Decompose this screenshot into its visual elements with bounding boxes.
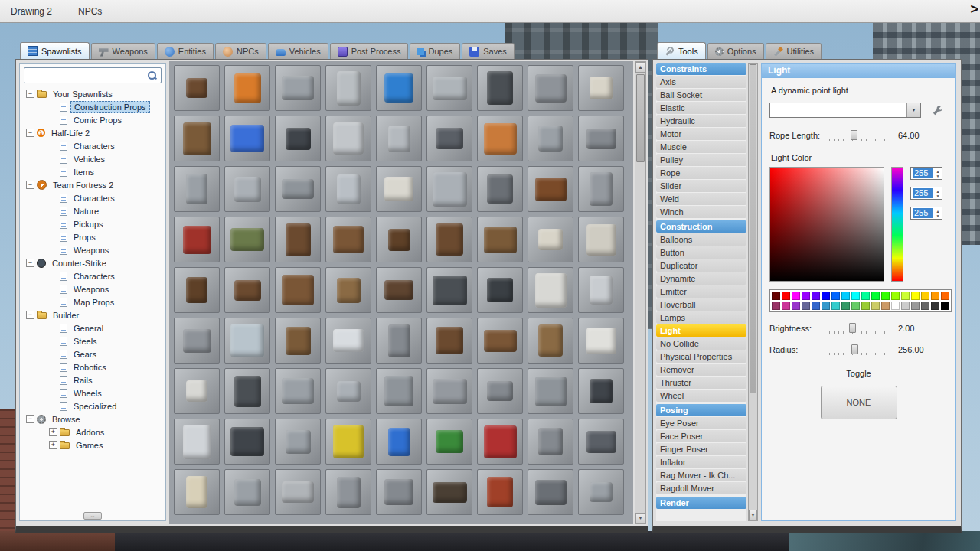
prop-icon[interactable] [578,419,624,465]
color-swatch[interactable] [831,302,840,310]
tab-entities[interactable]: Entities [157,43,214,59]
prop-icon[interactable] [174,267,220,313]
color-swatch[interactable] [792,292,800,300]
tree-item-counter-strike[interactable]: −Counter-Strike [21,256,164,269]
prop-icon[interactable] [224,368,270,414]
prop-icon[interactable] [578,116,624,161]
prop-icon[interactable] [528,65,573,111]
prop-icon[interactable] [376,217,422,262]
tree-item-specialized[interactable]: Specialized [21,399,164,412]
prop-icon[interactable] [426,65,472,111]
tree-item-nature[interactable]: Nature [21,204,164,217]
tool-item-ball-socket[interactable]: Ball Socket [656,89,746,101]
prop-icon[interactable] [477,65,523,111]
prop-icon[interactable] [528,419,573,465]
prop-icon[interactable] [325,469,371,515]
tab-saves[interactable]: Saves [462,43,514,59]
tab-tools[interactable]: Tools [657,42,706,59]
prop-icon[interactable] [578,318,624,364]
slider-knob[interactable] [849,323,856,333]
tool-item-muscle[interactable]: Muscle [656,141,746,153]
tool-list-scrollbar[interactable] [748,63,758,521]
expand-icon[interactable]: + [49,428,57,436]
prop-icon[interactable] [477,318,523,364]
tree-item-map-props[interactable]: Map Props [21,295,164,308]
prop-icon[interactable] [578,267,624,313]
prop-icon[interactable] [174,368,220,414]
color-swatch[interactable] [931,292,939,300]
prop-icon[interactable] [275,267,321,313]
color-swatch[interactable] [802,302,810,310]
prop-icon[interactable] [275,65,321,111]
tab-spawnlists[interactable]: Spawnlists [20,42,90,59]
prop-icon[interactable] [477,166,523,212]
scroll-up-icon[interactable] [635,62,645,73]
expand-arrow-icon[interactable]: > [970,2,978,18]
prop-icon[interactable] [224,166,270,212]
prop-icon[interactable] [578,65,624,111]
collapse-icon[interactable]: − [26,181,34,189]
tool-item-weld[interactable]: Weld [656,193,746,205]
tab-post-process[interactable]: Post Process [330,43,409,59]
saturation-square[interactable] [769,167,884,282]
scroll-down-icon[interactable] [749,510,757,520]
prop-icon[interactable] [528,368,573,414]
tab-dupes[interactable]: Dupes [410,43,460,59]
tool-item-face-poser[interactable]: Face Poser [656,430,746,442]
tool-item-duplicator[interactable]: Duplicator [656,259,746,272]
tool-item-remover[interactable]: Remover [656,364,746,376]
tree-item-characters[interactable]: Characters [21,139,164,152]
tool-item-balloons[interactable]: Balloons [656,233,746,246]
prop-icon[interactable] [325,65,371,111]
prop-icon[interactable] [376,368,422,414]
color-swatch[interactable] [831,292,840,300]
spinner-arrows[interactable] [934,209,942,218]
color-swatch[interactable] [841,292,850,300]
prop-icon[interactable] [275,368,321,414]
scrollbar-thumb[interactable] [636,74,645,162]
blue-input[interactable]: 255 [910,207,942,220]
tool-item-pulley[interactable]: Pulley [656,154,746,166]
color-swatch[interactable] [871,302,880,310]
color-swatch[interactable] [822,292,830,300]
tool-item-ragdoll-mover[interactable]: Ragdoll Mover [656,482,746,494]
tool-item-dynamite[interactable]: Dynamite [656,272,746,285]
tool-item-wheel[interactable]: Wheel [656,390,746,402]
prop-icon[interactable] [426,318,472,364]
tree-item-steels[interactable]: Steels [21,334,164,347]
tool-item-winch[interactable]: Winch [656,206,746,218]
preset-wrench-button[interactable] [929,103,946,118]
tab-options[interactable]: Options [707,43,764,59]
tree-item-wheels[interactable]: Wheels [21,386,164,399]
tab-weapons[interactable]: Weapons [91,43,155,59]
prop-icon[interactable] [578,469,624,515]
tool-item-hydraulic[interactable]: Hydraulic [656,115,746,127]
tool-item-rope[interactable]: Rope [656,167,746,179]
color-swatch[interactable] [901,302,910,310]
prop-icon[interactable] [578,166,624,212]
color-swatch[interactable] [861,302,870,310]
menu-item-npcs[interactable]: NPCs [78,6,102,17]
prop-icon[interactable] [426,267,472,313]
scroll-down-icon[interactable] [635,513,645,523]
prop-icon[interactable] [275,116,321,161]
prop-icon[interactable] [224,65,270,111]
color-swatch[interactable] [782,302,790,310]
prop-icon[interactable] [325,419,371,465]
tree-item-browse[interactable]: −Browse [21,412,164,425]
tree-item-props[interactable]: Props [21,230,164,243]
toggle-key-button[interactable]: NONE [821,386,897,419]
tree-item-construction-props[interactable]: Construction Props [21,100,164,113]
scrollbar-thumb[interactable] [750,64,756,393]
prop-icon[interactable] [174,65,220,111]
color-swatch[interactable] [792,302,800,310]
radius-slider[interactable] [829,344,887,355]
tool-item-thruster[interactable]: Thruster [656,377,746,389]
color-swatch[interactable] [841,302,850,310]
prop-icon[interactable] [477,217,523,262]
color-swatch[interactable] [851,292,860,300]
red-input[interactable]: 255 [910,167,942,180]
color-swatch[interactable] [772,292,780,300]
prop-icon[interactable] [325,368,371,414]
prop-icon[interactable] [578,217,624,262]
